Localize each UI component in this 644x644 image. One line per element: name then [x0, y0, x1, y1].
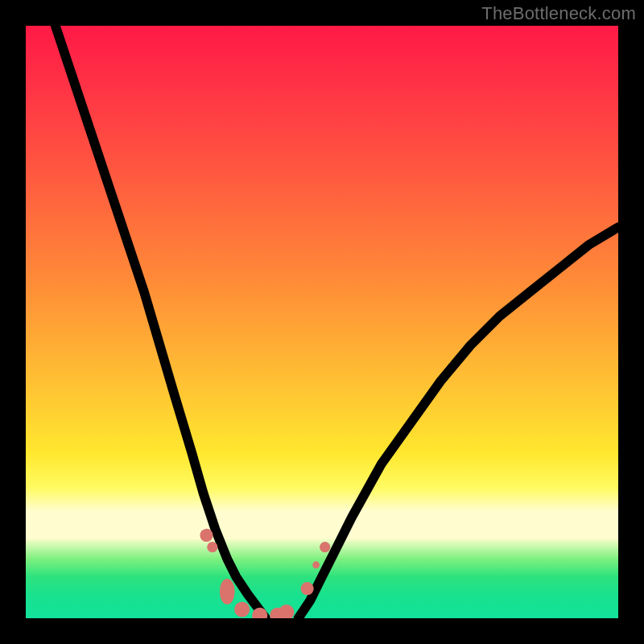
curve-lines — [56, 26, 618, 618]
chart-frame: TheBottleneck.com — [0, 0, 644, 644]
data-marker — [312, 561, 320, 568]
watermark-text: TheBottleneck.com — [481, 3, 636, 24]
data-marker — [301, 582, 314, 595]
data-marker — [207, 542, 217, 552]
chart-svg — [26, 26, 618, 618]
data-marker — [320, 542, 330, 552]
plot-area — [26, 26, 618, 618]
data-marker — [234, 601, 250, 617]
curve-left — [56, 26, 266, 618]
data-marker — [220, 579, 235, 605]
data-marker — [200, 529, 213, 542]
curve-right — [299, 227, 618, 618]
data-marker — [279, 605, 294, 618]
